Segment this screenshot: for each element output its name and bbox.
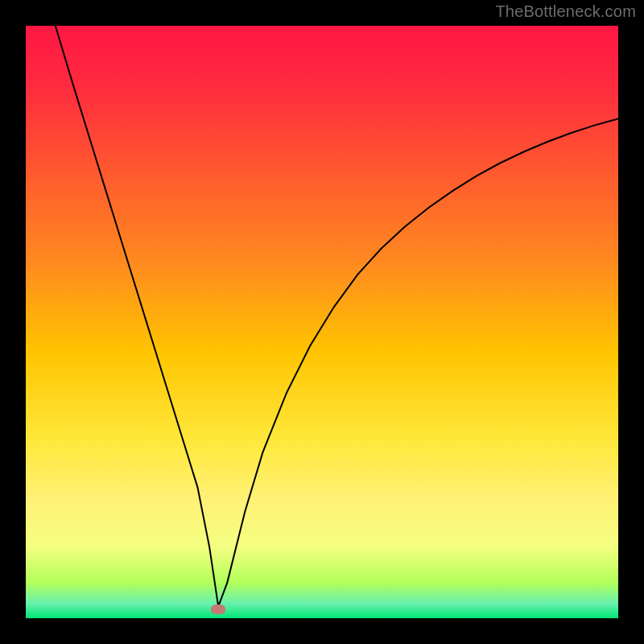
bottleneck-curve <box>26 26 618 618</box>
watermark-label: TheBottleneck.com <box>495 2 636 21</box>
plot-area <box>26 26 618 618</box>
chart-frame: TheBottleneck.com <box>0 0 644 644</box>
optimal-point-marker <box>211 605 225 614</box>
